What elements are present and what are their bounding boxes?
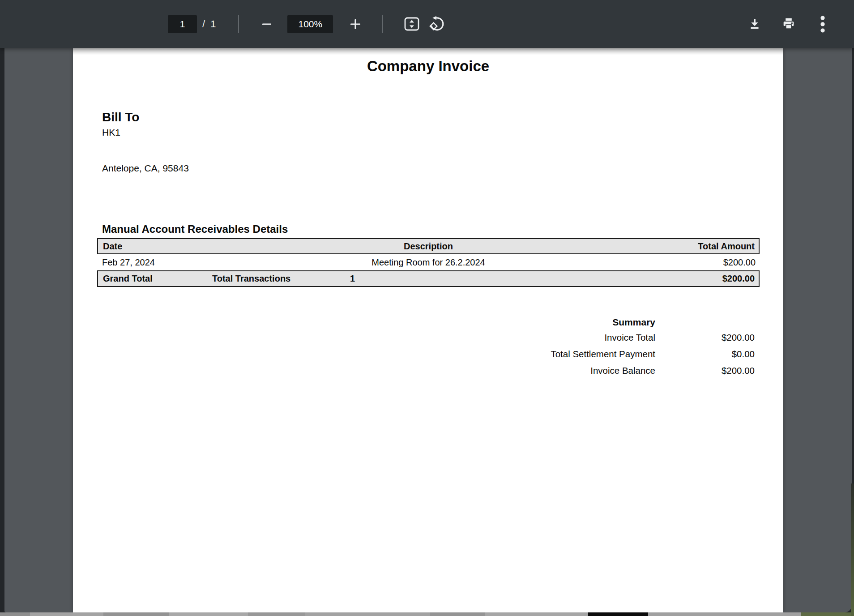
column-header-total-amount: Total Amount	[598, 239, 759, 253]
receivables-table: Date Description Total Amount Feb 27, 20…	[97, 238, 760, 287]
summary-row-settlement-payment: Total Settlement Payment $0.00	[432, 346, 755, 362]
summary-label: Invoice Balance	[432, 362, 655, 379]
summary-label: Invoice Total	[432, 329, 655, 346]
column-header-date: Date	[98, 239, 259, 253]
bill-to-address: Antelope, CA, 95843	[102, 163, 783, 174]
page-separator: /	[202, 18, 205, 30]
toolbar-right-controls	[745, 0, 833, 48]
download-button[interactable]	[745, 14, 764, 34]
summary-value: $200.00	[655, 329, 755, 346]
invoice-page: Company Invoice Bill To HK1 Antelope, CA…	[73, 48, 783, 612]
bill-to-heading: Bill To	[102, 110, 783, 125]
print-button[interactable]	[779, 14, 798, 34]
page-total: 1	[210, 18, 216, 30]
table-header-row: Date Description Total Amount	[97, 238, 760, 254]
pdf-content-area[interactable]: Company Invoice Bill To HK1 Antelope, CA…	[4, 48, 852, 612]
grand-total-row: Grand Total Total Transactions 1 $200.00	[97, 270, 760, 287]
toolbar-divider	[382, 15, 383, 33]
cell-date: Feb 27, 2024	[97, 254, 258, 270]
summary-row-invoice-total: Invoice Total $200.00	[432, 329, 755, 346]
screen: { "toolbar": { "current_page": "1", "pag…	[0, 0, 854, 616]
summary-label: Total Settlement Payment	[432, 346, 655, 362]
print-icon	[781, 17, 796, 32]
minus-icon	[261, 18, 273, 30]
cell-amount: $200.00	[598, 254, 760, 270]
summary-row-invoice-balance: Invoice Balance $200.00	[432, 362, 755, 379]
grand-total-label: Grand Total	[98, 271, 212, 286]
column-header-description: Description	[259, 239, 598, 253]
zoom-out-button[interactable]	[257, 14, 277, 34]
page-number-input[interactable]: 1	[168, 15, 197, 33]
grand-total-amount: $200.00	[624, 271, 759, 286]
total-transactions-label: Total Transactions	[212, 271, 350, 286]
total-transactions-count: 1	[350, 271, 624, 286]
summary-heading: Summary	[432, 316, 755, 329]
table-row: Feb 27, 2024 Meeting Room for 26.2.2024 …	[97, 254, 760, 270]
summary-section: Summary Invoice Total $200.00 Total Sett…	[432, 316, 755, 379]
download-icon	[747, 17, 762, 31]
summary-value: $0.00	[655, 346, 755, 362]
pdf-toolbar: 1 / 1 100%	[0, 0, 854, 48]
rotate-counterclockwise-button[interactable]	[427, 14, 447, 34]
toolbar-center-controls: 1 / 1 100%	[168, 0, 447, 48]
fit-to-page-icon	[404, 17, 420, 32]
background-window-strip	[0, 612, 854, 616]
more-vertical-icon	[820, 15, 825, 33]
more-options-button[interactable]	[813, 14, 833, 34]
rotate-counterclockwise-icon	[429, 16, 445, 32]
receivables-heading: Manual Account Receivables Details	[102, 222, 783, 236]
zoom-level-input[interactable]: 100%	[287, 15, 333, 33]
plus-icon	[349, 18, 362, 30]
fit-to-page-button[interactable]	[402, 14, 422, 34]
document-title: Company Invoice	[73, 48, 783, 75]
zoom-in-button[interactable]	[346, 14, 365, 34]
cell-description: Meeting Room for 26.2.2024	[258, 254, 598, 270]
toolbar-divider	[238, 15, 239, 33]
summary-value: $200.00	[655, 362, 755, 379]
desktop-wallpaper-sliver	[851, 483, 854, 616]
bill-to-name: HK1	[102, 127, 783, 138]
